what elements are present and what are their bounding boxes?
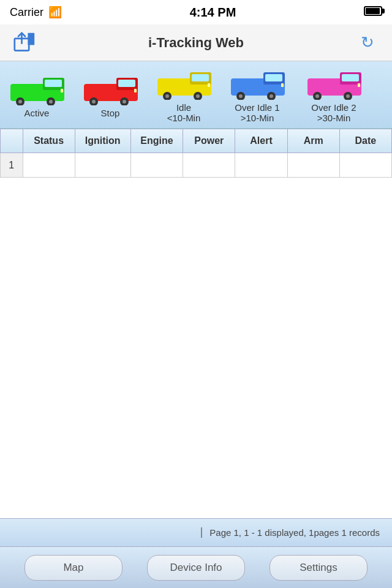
legend-item-idle[interactable]: Idle <10-Min [147,66,221,123]
legend-item-active[interactable]: Active [0,72,74,118]
svg-rect-13 [118,80,135,87]
row-num-1: 1 [1,153,23,178]
row-ignition-1 [75,153,130,178]
row-power-1 [183,153,235,178]
row-alert-1 [235,153,287,178]
data-table: Status Ignition Engine Power Alert Arm D… [0,129,392,178]
svg-rect-34 [281,83,284,87]
svg-rect-42 [358,83,360,87]
svg-point-23 [165,94,169,98]
carrier-label: Carrier [10,6,43,19]
truck-icon-idle [156,66,211,100]
status-bar-left: Carrier 📶 [10,6,62,19]
legend-label-stop: Stop [101,108,120,118]
status-bar: Carrier 📶 4:14 PM [0,0,392,24]
col-header-status: Status [23,129,75,153]
svg-rect-5 [45,80,62,87]
wifi-icon: 📶 [48,6,62,19]
svg-point-41 [346,94,350,98]
svg-point-33 [270,94,273,98]
legend-label-over-idle-1: Over Idle 1 >10-Min [235,102,279,123]
status-time: 4:14 PM [190,6,236,20]
legend-label-over-idle-2: Over Idle 2 >30-Min [311,102,356,123]
legend-label-idle: Idle <10-Min [167,102,201,123]
svg-point-31 [239,94,243,98]
truck-icon-stop [83,72,138,105]
nav-bar: i-Tracking Web ↻ [0,24,392,61]
pagination-bar: Page 1, 1 - 1 displayed, 1pages 1 record… [0,518,392,546]
col-header-power: Power [183,129,235,153]
tab-settings[interactable]: Settings [270,555,368,581]
col-header-ignition: Ignition [75,129,130,153]
row-arm-1 [287,153,339,178]
legend-item-over-idle-1[interactable]: Over Idle 1 >10-Min [221,66,294,123]
svg-rect-26 [208,83,210,87]
col-header-arm: Arm [287,129,339,153]
col-header-num [1,129,23,153]
legend-item-over-idle-2[interactable]: Over Idle 2 >30-Min [294,66,374,123]
truck-icon-over-idle-2 [306,66,361,100]
col-header-engine: Engine [130,129,183,153]
truck-icon-over-idle-1 [230,66,285,100]
tab-bar: Map Device Info Settings [0,546,392,588]
col-header-date: Date [339,129,391,153]
svg-point-9 [49,100,53,104]
legend-item-stop[interactable]: Stop [74,72,147,118]
share-button[interactable] [12,31,37,55]
svg-rect-2 [28,32,34,45]
data-table-container: Status Ignition Engine Power Alert Arm D… [0,129,392,518]
row-status-1 [23,153,75,178]
truck-icon-active [9,72,64,105]
row-date-1 [339,153,391,178]
col-header-alert: Alert [235,129,287,153]
svg-point-25 [196,94,200,98]
svg-point-7 [18,100,22,104]
tab-device-info[interactable]: Device Info [147,555,245,581]
nav-title: i-Tracking Web [148,35,244,51]
row-engine-1 [130,153,183,178]
svg-rect-21 [192,74,209,81]
svg-rect-18 [134,89,137,92]
battery-indicator [364,6,382,19]
pagination-text: Page 1, 1 - 1 displayed, 1pages 1 record… [201,527,380,538]
legend-bar: Active Stop [0,61,392,129]
legend-label-active: Active [24,108,50,118]
svg-point-39 [315,94,319,98]
share-icon [13,32,36,54]
svg-rect-29 [265,74,282,81]
refresh-icon: ↻ [361,33,374,52]
svg-point-15 [92,100,96,104]
svg-rect-37 [342,74,359,81]
svg-rect-10 [61,89,63,92]
svg-point-17 [123,100,126,104]
table-row: 1 [1,153,392,178]
content-area: Status Ignition Engine Power Alert Arm D… [0,129,392,518]
refresh-button[interactable]: ↻ [355,31,380,55]
tab-map[interactable]: Map [24,555,123,581]
table-header-row: Status Ignition Engine Power Alert Arm D… [1,129,392,153]
